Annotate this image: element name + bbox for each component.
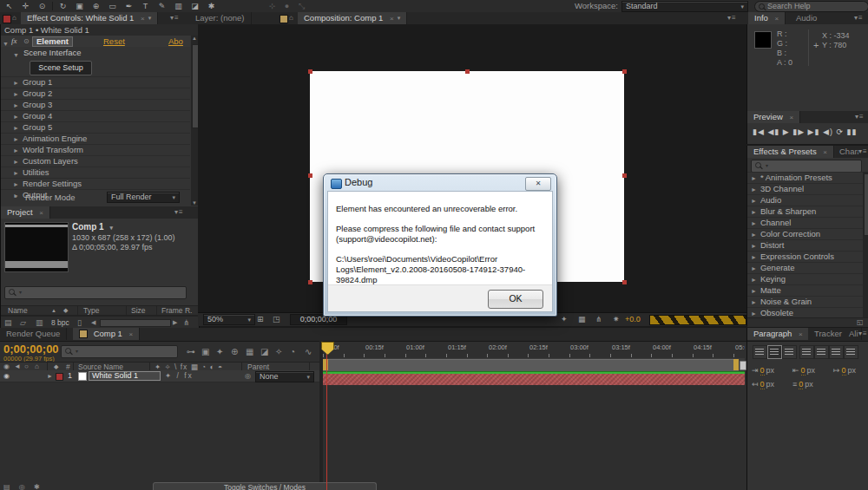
hide-shy-layers-icon[interactable]: ✦: [216, 346, 223, 358]
view-axis-icon[interactable]: ⤡: [294, 1, 309, 11]
work-area-end-handle[interactable]: [733, 359, 739, 370]
current-timecode[interactable]: 0;00;00;00: [3, 343, 59, 356]
space-after-field[interactable]: ≡0px: [792, 380, 813, 389]
justify-last-right-button[interactable]: [829, 345, 844, 359]
pickwhip-icon[interactable]: ◎: [245, 372, 251, 380]
twirl-right-icon[interactable]: ►: [751, 288, 757, 294]
close-icon[interactable]: ×: [390, 15, 394, 23]
twirl-right-icon[interactable]: ►: [47, 373, 53, 379]
layer-duration-bar[interactable]: [323, 374, 745, 385]
twirl-right-icon[interactable]: ►: [13, 91, 19, 97]
layer-handle[interactable]: [622, 69, 627, 74]
effects-category-row[interactable]: ►Blur & Sharpen: [747, 206, 863, 217]
previous-frame-icon[interactable]: ◀▮: [767, 127, 779, 136]
safe-margins-icon[interactable]: ⊞: [257, 315, 264, 323]
composition-mini-flowchart-icon[interactable]: ⊶: [187, 346, 195, 358]
tab-composition[interactable]: Composition: Comp 1 ▾ ×: [298, 12, 407, 24]
interpret-footage-icon[interactable]: ▤: [4, 317, 12, 329]
zoom-out-icon[interactable]: ◎: [19, 483, 29, 490]
twirl-right-icon[interactable]: ►: [751, 277, 757, 283]
sort-up-icon[interactable]: ▲: [51, 306, 56, 315]
work-area-start-handle[interactable]: [323, 359, 328, 370]
stopwatch-icon[interactable]: ◔: [290, 346, 295, 358]
eye-icon[interactable]: ◉: [3, 372, 10, 380]
field-value[interactable]: 0: [842, 366, 846, 376]
effects-category-row[interactable]: ►Audio: [747, 194, 863, 206]
show-channels-icon[interactable]: ▦: [578, 315, 586, 323]
align-center-button[interactable]: [767, 345, 782, 359]
toggle-switches-modes-button[interactable]: Toggle Switches / Modes: [153, 482, 377, 490]
selection-tool-icon[interactable]: ↖: [2, 1, 16, 11]
effect-row-group1[interactable]: ►Group 1: [1, 76, 190, 88]
last-frame-icon[interactable]: ▶▮: [808, 127, 820, 136]
workspace-dropdown[interactable]: Standard ▾: [621, 1, 748, 12]
effects-category-row[interactable]: ►Matte: [747, 284, 863, 296]
effects-category-row[interactable]: ►3D Channel: [747, 183, 863, 194]
effects-category-row[interactable]: ►Obsolete: [747, 307, 863, 317]
ok-button[interactable]: OK: [488, 290, 543, 309]
effect-row-custom-layers[interactable]: ►Custom Layers: [1, 155, 190, 167]
help-search-input[interactable]: Search Help: [754, 1, 868, 12]
twirl-right-icon[interactable]: ►: [13, 136, 19, 142]
effects-category-row[interactable]: ►Noise & Grain: [747, 296, 863, 307]
scroll-down-icon[interactable]: ▼: [191, 200, 198, 206]
close-icon[interactable]: ×: [39, 209, 43, 217]
effects-category-row[interactable]: ►Distort: [747, 239, 863, 251]
panel-menu-icon[interactable]: ▾≡: [170, 12, 180, 24]
project-comp-name[interactable]: Comp 1 ▾: [72, 222, 113, 232]
column-name[interactable]: Name: [8, 306, 28, 315]
justify-last-center-button[interactable]: [814, 345, 829, 359]
chevron-down-icon[interactable]: ▾: [109, 225, 113, 231]
twirl-right-icon[interactable]: ►: [751, 186, 757, 193]
tab-effects-presets[interactable]: Effects & Presets ×: [747, 146, 834, 158]
panel-menu-icon[interactable]: ▾≡: [858, 146, 868, 158]
tab-project[interactable]: Project ×: [1, 206, 50, 219]
space-before-field[interactable]: ↤0px: [752, 380, 774, 389]
timeline-search-input[interactable]: ▾: [61, 345, 178, 358]
tab-timeline-comp[interactable]: Comp 1 ×: [73, 328, 140, 340]
magnification-dropdown[interactable]: 50% ▾: [203, 314, 255, 325]
graph-editor-icon[interactable]: ∿: [305, 346, 312, 358]
panel-menu-icon[interactable]: ▾≡: [854, 12, 864, 24]
effect-name[interactable]: Element: [32, 36, 73, 47]
align-left-button[interactable]: [753, 345, 767, 359]
twirl-right-icon[interactable]: ►: [751, 254, 757, 260]
column-type[interactable]: Type: [83, 306, 99, 315]
next-frame-icon[interactable]: ▮▶: [792, 127, 805, 136]
twirl-right-icon[interactable]: ►: [751, 310, 757, 317]
scroll-up-icon[interactable]: ▲: [191, 36, 198, 41]
scroll-right-icon[interactable]: ▶: [173, 317, 177, 329]
parent-dropdown[interactable]: None ▾: [255, 371, 314, 382]
layer-handle[interactable]: [308, 69, 312, 74]
panel-menu-icon[interactable]: ▾≡: [855, 111, 865, 123]
layer-handle[interactable]: [622, 173, 627, 178]
tab-render-queue[interactable]: Render Queue: [0, 328, 67, 340]
lock-icon[interactable]: ⌂: [12, 12, 16, 24]
about-link[interactable]: Abo: [168, 36, 183, 47]
trash-icon[interactable]: ▯: [77, 317, 82, 329]
effects-category-row[interactable]: ►Channel: [747, 217, 863, 228]
close-icon[interactable]: ×: [141, 15, 145, 23]
snowflake-icon[interactable]: ✱: [34, 483, 43, 490]
flowchart-icon[interactable]: ⋔: [183, 317, 190, 329]
effects-category-row[interactable]: ►Expression Controls: [747, 251, 863, 262]
indent-right-field[interactable]: ⇤0px: [792, 366, 815, 375]
close-icon[interactable]: ×: [799, 330, 803, 338]
effects-category-row[interactable]: ►Generate: [747, 262, 863, 273]
layer-color-swatch[interactable]: [56, 373, 63, 381]
twirl-right-icon[interactable]: ►: [751, 175, 757, 181]
close-icon[interactable]: ×: [823, 148, 827, 156]
effects-search-input[interactable]: ▾: [751, 160, 862, 173]
tab-audio[interactable]: Audio: [790, 12, 823, 24]
column-frame-rate[interactable]: Frame R.: [161, 306, 192, 315]
twirl-right-icon[interactable]: ►: [13, 170, 19, 176]
twirl-right-icon[interactable]: ►: [751, 232, 757, 238]
effect-enable-icon[interactable]: ⊙: [23, 36, 30, 48]
effect-controls-scrollbar[interactable]: ▲ ▼: [191, 36, 198, 206]
play-icon[interactable]: ▶: [783, 127, 790, 136]
chevron-down-icon[interactable]: ▾: [148, 12, 152, 24]
new-composition-icon[interactable]: ▥: [36, 317, 43, 329]
tab-tracker[interactable]: Tracker: [808, 328, 849, 340]
timeline-ruler[interactable]: 0:00f 00:15f 01:00f 01:15f 02:00f 02:15f…: [323, 342, 745, 359]
effect-header-row[interactable]: ▼ fx ⊙ Element Reset Abo: [1, 36, 190, 47]
